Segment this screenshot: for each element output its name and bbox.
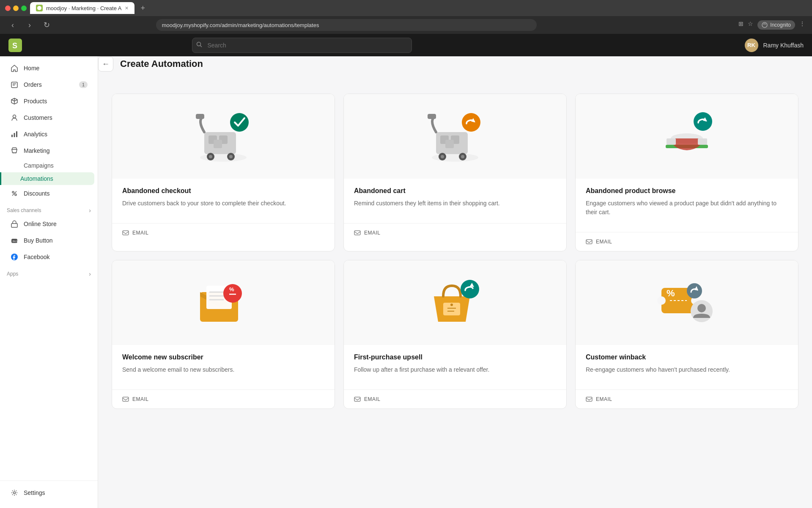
- svg-point-45: [462, 113, 480, 132]
- sidebar-item-label: Buy Button: [24, 237, 53, 244]
- address-bar-input[interactable]: [156, 19, 537, 31]
- incognito-label: Incognito: [770, 22, 791, 28]
- new-tab-button[interactable]: +: [140, 4, 145, 13]
- card-body: Abandoned product browse Engage customer…: [576, 179, 798, 232]
- shopify-logo[interactable]: S: [8, 39, 22, 52]
- svg-point-30: [209, 155, 212, 158]
- card-footer: EMAIL: [112, 223, 335, 242]
- svg-rect-27: [214, 140, 222, 148]
- card-abandoned-cart[interactable]: Abandoned cart Remind customers they lef…: [343, 94, 567, 251]
- card-tag: EMAIL: [596, 396, 612, 402]
- bookmark-button[interactable]: ☆: [748, 20, 753, 30]
- apps-label: Apps: [7, 271, 18, 277]
- sidebar-item-facebook[interactable]: Facebook: [3, 249, 94, 265]
- card-description: Send a welcome email to new subscribers.: [122, 365, 324, 374]
- product-browse-illustration: [657, 109, 716, 164]
- svg-rect-11: [14, 133, 15, 137]
- svg-point-4: [197, 42, 200, 46]
- svg-point-77: [687, 283, 702, 298]
- svg-rect-50: [667, 138, 676, 145]
- email-icon: [586, 238, 593, 245]
- avatar[interactable]: RK: [745, 39, 758, 52]
- extensions-button[interactable]: ⊞: [738, 20, 743, 30]
- sidebar-item-label: Orders: [24, 81, 42, 88]
- card-footer: EMAIL: [344, 223, 566, 242]
- sidebar-item-label: Products: [24, 98, 47, 105]
- orders-icon: [10, 80, 19, 89]
- card-illustration: [344, 94, 566, 179]
- settings-icon: [10, 489, 19, 497]
- card-body: Customer winback Re-engage customers who…: [576, 345, 798, 389]
- sidebar-item-label: Facebook: [24, 254, 49, 260]
- page-title: Create Automation: [120, 58, 203, 69]
- card-welcome-subscriber[interactable]: % Welcome new subscriber Send a welcome …: [112, 260, 335, 409]
- sidebar-item-products[interactable]: Products: [3, 93, 94, 109]
- card-title: First-purchase upsell: [354, 353, 556, 361]
- card-abandoned-checkout[interactable]: Abandoned checkout Drive customers back …: [112, 94, 335, 251]
- back-button[interactable]: ‹: [7, 19, 19, 31]
- sales-channels-section[interactable]: Sales channels ›: [0, 202, 98, 215]
- apps-section[interactable]: Apps ›: [0, 265, 98, 279]
- sidebar-item-label: Home: [24, 65, 39, 72]
- svg-rect-51: [698, 138, 707, 145]
- svg-rect-12: [16, 131, 17, 137]
- cards-container: Abandoned checkout Drive customers back …: [98, 83, 812, 419]
- marketing-icon: [10, 146, 19, 155]
- sidebar-item-customers[interactable]: Customers: [3, 110, 94, 126]
- search-bar[interactable]: [192, 38, 412, 53]
- tab-close-button[interactable]: ✕: [125, 6, 129, 11]
- chevron-right-icon: ›: [89, 271, 91, 277]
- svg-point-71: [657, 296, 666, 305]
- close-dot[interactable]: [5, 6, 11, 11]
- forward-button[interactable]: ›: [24, 19, 36, 31]
- card-illustration: [112, 94, 335, 179]
- reload-button[interactable]: ↻: [41, 19, 52, 31]
- page-header: ← Create Automation: [98, 56, 812, 72]
- sidebar-item-marketing[interactable]: Marketing: [3, 143, 94, 159]
- card-body: Welcome new subscriber Send a welcome em…: [112, 345, 335, 389]
- card-customer-winback[interactable]: % Customer winback Re: [575, 260, 798, 409]
- cart-check-illustration: [194, 109, 253, 164]
- svg-rect-39: [445, 140, 454, 148]
- email-icon: [354, 396, 361, 403]
- sidebar-item-automations[interactable]: Automations: [0, 172, 94, 185]
- maximize-dot[interactable]: [21, 6, 27, 11]
- sidebar-item-label: Marketing: [24, 147, 49, 154]
- browser-tab[interactable]: moodjoy · Marketing · Create A ✕: [30, 2, 134, 14]
- svg-point-76: [697, 304, 706, 312]
- svg-rect-62: [123, 397, 129, 401]
- sidebar-nav: Home Orders 1 Products: [0, 56, 98, 480]
- card-body: Abandoned checkout Drive customers back …: [112, 179, 335, 223]
- minimize-dot[interactable]: [13, 6, 19, 11]
- winback-illustration: %: [657, 273, 716, 332]
- store-icon: [10, 220, 19, 228]
- sidebar-item-buy-button[interactable]: BUY Buy Button: [3, 232, 94, 248]
- card-footer: EMAIL: [576, 389, 798, 409]
- card-title: Abandoned checkout: [122, 187, 324, 195]
- sidebar-item-orders[interactable]: Orders 1: [3, 77, 94, 93]
- sidebar-item-campaigns[interactable]: Campaigns: [3, 159, 94, 172]
- sidebar-item-home[interactable]: Home: [3, 60, 94, 76]
- svg-rect-79: [586, 397, 592, 401]
- menu-button[interactable]: ⋮: [799, 20, 805, 30]
- app-layout: Home Orders 1 Products: [0, 56, 812, 508]
- search-input[interactable]: [192, 38, 412, 53]
- svg-line-5: [200, 45, 202, 47]
- svg-point-13: [13, 152, 14, 153]
- svg-rect-54: [586, 240, 592, 244]
- card-abandoned-browse[interactable]: Abandoned product browse Engage customer…: [575, 94, 798, 251]
- sidebar-item-settings[interactable]: Settings: [3, 485, 94, 501]
- analytics-icon: [10, 130, 19, 138]
- svg-point-15: [12, 191, 14, 193]
- shopify-icon: S: [8, 39, 22, 52]
- sidebar-item-discounts[interactable]: Discounts: [3, 185, 94, 202]
- svg-line-17: [12, 191, 16, 196]
- card-first-purchase-upsell[interactable]: First-purchase upsell Follow up after a …: [343, 260, 567, 409]
- welcome-email-illustration: %: [194, 273, 253, 332]
- back-button[interactable]: ←: [98, 56, 113, 72]
- sidebar-item-online-store[interactable]: Online Store: [3, 216, 94, 232]
- sidebar-item-analytics[interactable]: Analytics: [3, 126, 94, 142]
- email-icon: [122, 396, 129, 403]
- incognito-indicator: Incognito: [757, 20, 795, 30]
- sales-channels-label: Sales channels: [7, 207, 41, 213]
